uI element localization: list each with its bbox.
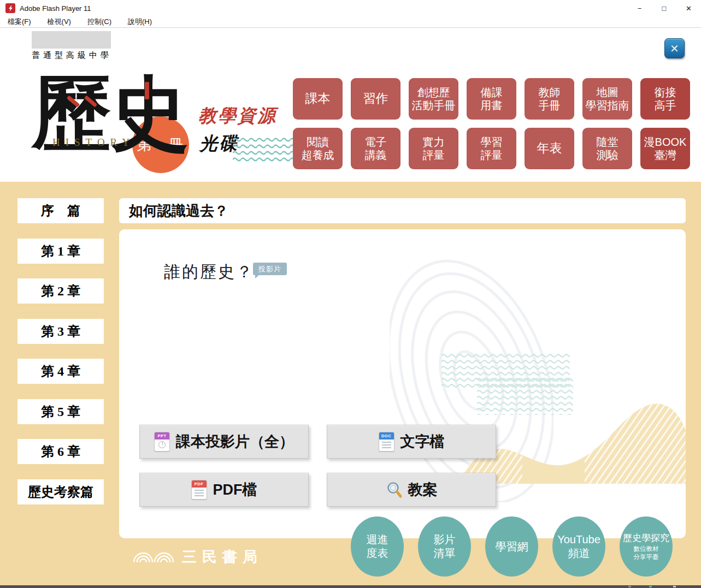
file-body-glyph <box>382 442 391 449</box>
action-button[interactable]: PPT課本投影片（全） <box>139 425 309 459</box>
file-body-glyph <box>158 441 166 448</box>
resource-button-grid: 課本習作創想歷 活動手冊備課 用書教師 手冊地圖 學習指南銜接 高手閱讀 超養成… <box>293 78 690 169</box>
file-type-badge: PDF <box>192 480 207 488</box>
publisher-name: 三民書局 <box>182 545 263 567</box>
chapter-button[interactable]: 第 2 章 <box>17 278 104 304</box>
flash-player-icon <box>5 3 15 13</box>
window-close-button[interactable]: ✕ <box>676 0 701 16</box>
resource-button[interactable]: 教師 手冊 <box>525 78 574 120</box>
resource-button[interactable]: 閱讀 超養成 <box>293 128 343 169</box>
minimize-button[interactable]: − <box>627 0 652 16</box>
action-button-label: PDF檔 <box>213 480 257 500</box>
quick-link-sublabel: 數位教材 分享平臺 <box>634 545 659 561</box>
topic-label: 誰的歷史？ <box>164 261 254 283</box>
quick-link-circle[interactable]: 歷史學探究數位教材 分享平臺 <box>620 516 673 577</box>
menu-item-1[interactable]: 檔案(F) <box>5 17 33 27</box>
maximize-button[interactable]: □ <box>652 0 676 16</box>
quick-link-circle[interactable]: 學習網 <box>485 516 538 577</box>
app-close-button[interactable]: ✕ <box>664 38 685 58</box>
chapter-button[interactable]: 第 3 章 <box>17 319 104 344</box>
taskbar-edge-detail <box>673 586 676 587</box>
quick-link-label: 影片 清單 <box>434 533 456 560</box>
chapter-button[interactable]: 第 4 章 <box>17 359 104 384</box>
wave-pattern-decoration <box>477 377 573 415</box>
logo-red-accent <box>145 82 149 99</box>
chapter-button[interactable]: 第 5 章 <box>17 399 104 424</box>
ppt-file-icon: PPT <box>154 432 170 452</box>
chapter-button[interactable]: 序 篇 <box>17 198 104 223</box>
slides-tag: 投影片 <box>253 263 287 275</box>
file-type-badge: PPT <box>155 432 169 439</box>
section-title-bar: 如何認識過去？ <box>119 198 686 223</box>
magnifier-icon <box>386 481 402 498</box>
resource-button[interactable]: 實力 評量 <box>409 128 458 169</box>
publisher-logo: 三民書局 <box>133 545 263 567</box>
quick-link-circle[interactable]: 週進 度表 <box>351 516 404 577</box>
publisher-arches-icon <box>133 549 175 562</box>
quick-links: 週進 度表影片 清單學習網YouTube 頻道歷史學探究數位教材 分享平臺 <box>351 516 673 577</box>
resource-button[interactable]: 地圖 學習指南 <box>582 78 632 120</box>
pdf-file-icon: PDF <box>191 480 207 500</box>
resource-button[interactable]: 習作 <box>351 78 400 120</box>
doc-file-icon: DOC <box>379 432 394 452</box>
school-type-label: 普通型高級中學 <box>32 50 112 61</box>
quick-link-label: 歷史學探究 <box>623 532 669 544</box>
wave-pattern-decoration <box>233 136 296 164</box>
action-button-label: 文字檔 <box>400 432 445 452</box>
quick-link-label: 週進 度表 <box>367 533 388 560</box>
action-button-label: 課本投影片（全） <box>176 432 294 452</box>
file-type-badge: DOC <box>379 432 394 439</box>
action-button[interactable]: DOC文字檔 <box>327 425 496 459</box>
resource-button[interactable]: 備課 用書 <box>467 78 516 120</box>
window-title: Adobe Flash Player 11 <box>20 4 91 13</box>
resource-button[interactable]: 隨堂 測驗 <box>582 128 632 169</box>
quick-link-label: 學習網 <box>496 540 528 554</box>
school-logo-placeholder <box>32 31 111 49</box>
taskbar-edge-detail <box>628 586 631 587</box>
chapter-sidebar: 序 篇第 1 章第 2 章第 3 章第 4 章第 5 章第 6 章歷史考察篇 <box>17 198 104 519</box>
resource-button[interactable]: 電子 講義 <box>351 128 400 169</box>
menu-bar: 檔案(F)檢視(V)控制(C)說明(H) <box>0 16 701 28</box>
resource-button[interactable]: 學習 評量 <box>467 128 516 169</box>
menu-item-4[interactable]: 說明(H) <box>126 17 154 27</box>
resource-button[interactable]: 漫BOOK 臺灣 <box>640 128 690 169</box>
content-panel: 誰的歷史？ 投影片 PPT課本投影片（全）DOC文字檔PDFPDF檔教案 <box>119 229 686 538</box>
taskbar-edge <box>0 585 701 588</box>
section-title: 如何認識過去？ <box>129 201 228 221</box>
resource-button[interactable]: 創想歷 活動手冊 <box>409 78 458 120</box>
menu-item-3[interactable]: 控制(C) <box>85 17 114 27</box>
chapter-button[interactable]: 第 6 章 <box>17 439 104 464</box>
resource-title: 教學資源 <box>198 104 277 128</box>
resource-button[interactable]: 年表 <box>525 128 574 169</box>
action-button-group: PPT課本投影片（全）DOC文字檔PDFPDF檔教案 <box>139 425 496 507</box>
wave-pattern-decoration <box>441 353 570 389</box>
file-body-glyph <box>195 490 204 497</box>
taskbar-edge-detail <box>649 586 652 587</box>
resource-button[interactable]: 銜接 高手 <box>640 78 690 120</box>
quick-link-circle[interactable]: 影片 清單 <box>418 516 471 577</box>
action-button[interactable]: PDFPDF檔 <box>139 473 309 507</box>
action-button[interactable]: 教案 <box>327 473 496 507</box>
resource-button[interactable]: 課本 <box>293 78 343 120</box>
quick-link-label: YouTube 頻道 <box>557 533 600 560</box>
title-bar: Adobe Flash Player 11 − □ ✕ <box>0 0 701 16</box>
action-button-label: 教案 <box>408 480 438 500</box>
menu-item-2[interactable]: 檢視(V) <box>45 17 73 27</box>
chapter-button[interactable]: 第 1 章 <box>17 239 104 264</box>
chapter-button[interactable]: 歷史考察篇 <box>17 479 104 504</box>
history-logo-subtitle: HISTORY <box>52 136 135 149</box>
quick-link-circle[interactable]: YouTube 頻道 <box>552 516 605 577</box>
